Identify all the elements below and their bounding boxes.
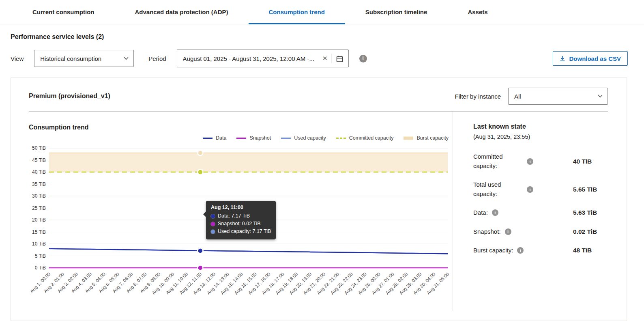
tab-label: Subscription timeline <box>365 9 427 15</box>
legend-label: Data <box>216 135 226 141</box>
legend-item-used-capacity[interactable]: Used capacity <box>281 135 326 141</box>
view-dropdown-value: Historical consumption <box>40 55 101 62</box>
instance-filter-dropdown[interactable]: All <box>508 88 608 105</box>
download-csv-button[interactable]: Download as CSV <box>553 51 628 66</box>
legend-item-snapshot[interactable]: Snapshot <box>236 135 271 141</box>
marker-snapshot[interactable] <box>197 265 203 270</box>
filter-label: Filter by instance <box>455 93 501 100</box>
period-value: August 01, 2025 - August 31, 2025, 12:00… <box>183 55 319 62</box>
info-icon-snapshot[interactable]: i <box>505 228 511 235</box>
legend-label: Committed capacity <box>349 135 394 141</box>
y-tick-label: 20 TiB <box>32 217 46 223</box>
burst-capacity-band <box>49 153 448 172</box>
state-value: 5.63 TiB <box>573 209 608 216</box>
download-icon <box>560 56 565 62</box>
state-value: 0.02 TiB <box>573 228 608 235</box>
tab-bar: Current consumptionAdvanced data protect… <box>0 0 644 24</box>
marker-burst-capacity[interactable] <box>197 150 203 155</box>
legend-label: Used capacity <box>294 135 326 141</box>
period-input[interactable]: August 01, 2025 - August 31, 2025, 12:00… <box>177 50 349 67</box>
state-row-committed-capacity: Committed capacity:i40 TiB <box>473 152 608 170</box>
y-tick-label: 0 TiB <box>35 265 46 271</box>
last-known-state-panel: Last known state (Aug 31, 2025, 23:55) C… <box>453 112 627 311</box>
clear-period-icon[interactable]: ✕ <box>319 55 331 62</box>
tab-current-consumption[interactable]: Current consumption <box>12 0 115 24</box>
y-tick-label: 40 TiB <box>32 169 46 175</box>
chart-legend: DataSnapshotUsed capacityCommitted capac… <box>29 135 449 141</box>
marker-data[interactable] <box>197 248 203 253</box>
state-value: 40 TiB <box>573 158 608 165</box>
y-tick-label: 25 TiB <box>32 205 46 211</box>
tab-label: Assets <box>468 9 487 15</box>
info-icon-data[interactable]: i <box>492 209 498 216</box>
state-label-wrap: Data:i <box>473 208 573 218</box>
tab-assets[interactable]: Assets <box>447 0 508 24</box>
state-row-snapshot: Snapshot:i0.02 TiB <box>473 227 608 237</box>
state-value: 48 TiB <box>573 247 608 254</box>
state-row-burst-capacity: Burst capacity:i48 TiB <box>473 246 608 255</box>
tooltip-row: Data: 7.17 TiB <box>211 212 271 220</box>
tooltip-row-text: Data: 7.17 TiB <box>218 212 250 220</box>
state-label-wrap: Snapshot:i <box>473 227 573 237</box>
state-label-wrap: Total used capacity:i <box>473 180 573 198</box>
chart-section: Consumption trend DataSnapshotUsed capac… <box>11 112 453 311</box>
y-tick-label: 35 TiB <box>32 181 46 187</box>
page-title: Performance service levels (2) <box>11 33 628 41</box>
last-known-state-timestamp: (Aug 31, 2025, 23:55) <box>473 134 608 140</box>
filter-by-instance: Filter by instance All <box>455 88 608 105</box>
view-label: View <box>11 55 24 62</box>
tooltip-title: Aug 12, 11:00 <box>211 205 271 210</box>
state-row-data: Data:i5.63 TiB <box>473 208 608 218</box>
consumption-trend-chart[interactable]: 0 TiB5 TiB10 TiB15 TiB20 TiB25 TiB30 TiB… <box>29 144 449 306</box>
legend-label: Burst capacity <box>416 135 449 141</box>
last-known-state-title: Last known state <box>473 123 608 130</box>
info-icon-total-used-capacity[interactable]: i <box>527 186 533 193</box>
tooltip-rows: Data: 7.17 TiBSnapshot: 0.02 TiBUsed cap… <box>211 212 271 235</box>
state-label: Burst capacity: <box>473 246 513 255</box>
legend-item-committed-capacity[interactable]: Committed capacity <box>336 135 394 141</box>
tooltip-series-dot <box>211 214 215 218</box>
chevron-down-icon <box>598 95 603 98</box>
state-row-total-used-capacity: Total used capacity:i5.65 TiB <box>473 180 608 198</box>
view-dropdown[interactable]: Historical consumption <box>34 50 134 67</box>
tooltip-series-dot <box>211 222 215 226</box>
tooltip-row: Used capacity: 7.17 TiB <box>211 228 271 235</box>
state-value: 5.65 TiB <box>573 186 608 193</box>
download-csv-label: Download as CSV <box>569 55 621 62</box>
state-label-wrap: Committed capacity:i <box>473 152 573 170</box>
legend-label: Snapshot <box>249 135 271 141</box>
chevron-down-icon <box>124 57 129 60</box>
period-label: Period <box>148 55 166 62</box>
state-label: Data: <box>473 208 488 218</box>
card-body: Consumption trend DataSnapshotUsed capac… <box>11 112 627 311</box>
y-tick-label: 15 TiB <box>32 229 46 235</box>
legend-swatch-data <box>202 136 213 140</box>
tab-label: Advanced data protection (ADP) <box>135 9 228 15</box>
tab-advanced-data-protection-adp[interactable]: Advanced data protection (ADP) <box>115 0 249 24</box>
controls-row: View Historical consumption Period Augus… <box>11 50 628 67</box>
legend-swatch-burst-capacity <box>403 136 414 140</box>
marker-committed-capacity[interactable] <box>197 170 203 175</box>
tooltip-row: Snapshot: 0.02 TiB <box>211 220 271 228</box>
legend-swatch-used-capacity <box>281 136 291 140</box>
series-line-data <box>49 249 448 254</box>
state-label: Snapshot: <box>473 227 501 237</box>
chart-tooltip: Aug 12, 11:00 Data: 7.17 TiBSnapshot: 0.… <box>206 201 276 239</box>
chart-title: Consumption trend <box>29 124 453 131</box>
legend-swatch-committed-capacity <box>336 136 346 140</box>
legend-swatch-snapshot <box>236 136 247 140</box>
tab-subscription-timeline[interactable]: Subscription timeline <box>345 0 448 24</box>
tab-label: Consumption trend <box>269 9 325 15</box>
period-info-icon[interactable]: i <box>359 55 367 62</box>
y-tick-label: 50 TiB <box>32 145 46 151</box>
state-label: Total used capacity: <box>473 180 523 198</box>
y-tick-label: 10 TiB <box>32 241 46 247</box>
legend-item-burst-capacity[interactable]: Burst capacity <box>403 135 449 141</box>
tab-consumption-trend[interactable]: Consumption trend <box>249 0 345 24</box>
calendar-icon[interactable] <box>331 54 345 63</box>
legend-item-data[interactable]: Data <box>202 135 226 141</box>
state-label: Committed capacity: <box>473 152 523 170</box>
tooltip-row-text: Used capacity: 7.17 TiB <box>218 228 271 235</box>
info-icon-burst-capacity[interactable]: i <box>517 247 524 254</box>
info-icon-committed-capacity[interactable]: i <box>527 158 533 165</box>
